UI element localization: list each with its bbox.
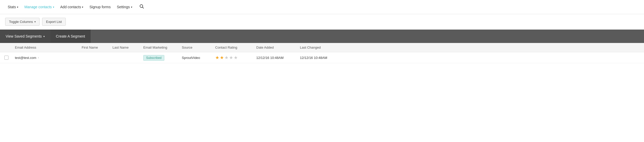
chevron-down-icon: ▾ <box>82 6 83 8</box>
chevron-down-icon: ▾ <box>53 6 54 8</box>
star-3: ★ <box>224 55 229 60</box>
table-row: test@test.com › Subscribed SproutVideo ★… <box>0 52 644 63</box>
star-rating: ★ ★ ★ ★ ★ <box>215 55 252 60</box>
search-icon <box>139 4 144 9</box>
th-email: Email Address <box>13 46 80 49</box>
row-checkbox-cell <box>0 56 13 60</box>
table-body: test@test.com › Subscribed SproutVideo ★… <box>0 52 644 63</box>
chevron-down-icon: ▾ <box>34 20 36 23</box>
export-list-button[interactable]: Export List <box>42 18 65 26</box>
nav-item-stats[interactable]: Stats ▾ <box>5 3 21 11</box>
th-source: Source <box>180 46 213 49</box>
chevron-down-icon: ▾ <box>17 6 18 8</box>
email-value: test@test.com <box>15 56 36 60</box>
star-1: ★ <box>215 55 219 60</box>
th-last-changed: Last Changed <box>298 46 342 49</box>
td-last-changed: 12/12/16 10:48AM <box>298 56 342 60</box>
segment-bar: View Saved Segments ▾ Create A Segment <box>0 30 644 43</box>
create-segment-label: Create A Segment <box>56 34 85 38</box>
nav-bar: Stats ▾ Manage contacts ▾ Add contacts ▾… <box>0 0 644 14</box>
svg-line-1 <box>142 7 144 8</box>
view-saved-segments-label: View Saved Segments <box>6 34 42 38</box>
chevron-down-icon: ▾ <box>43 35 45 38</box>
th-email-marketing: Email Marketing <box>141 46 180 49</box>
nav-item-add-contacts[interactable]: Add contacts ▾ <box>58 3 86 11</box>
toolbar: Toggle Columns ▾ Export List <box>0 14 644 30</box>
th-contact-rating: Contact Rating <box>213 46 254 49</box>
th-date-added: Date Added <box>254 46 298 49</box>
td-email-marketing: Subscribed <box>141 56 180 60</box>
th-last-name: Last Name <box>110 46 141 49</box>
row-checkbox[interactable] <box>4 56 8 60</box>
star-5: ★ <box>234 55 238 60</box>
nav-label-signup-forms: Signup forms <box>89 5 110 9</box>
th-first-name: First Name <box>80 46 110 49</box>
export-list-label: Export List <box>46 20 62 24</box>
nav-label-stats: Stats <box>8 5 16 9</box>
td-contact-rating: ★ ★ ★ ★ ★ <box>213 55 254 60</box>
star-2: ★ <box>220 55 224 60</box>
row-arrow-icon[interactable]: › <box>38 56 39 59</box>
toggle-columns-label: Toggle Columns <box>9 20 33 24</box>
nav-label-manage-contacts: Manage contacts <box>24 5 52 9</box>
view-saved-segments-tab[interactable]: View Saved Segments ▾ <box>0 30 50 43</box>
nav-label-add-contacts: Add contacts <box>60 5 81 9</box>
td-source: SproutVideo <box>180 56 213 60</box>
toggle-columns-button[interactable]: Toggle Columns ▾ <box>5 18 40 26</box>
star-4: ★ <box>229 55 233 60</box>
nav-label-settings: Settings <box>117 5 130 9</box>
nav-item-signup-forms[interactable]: Signup forms <box>87 3 113 11</box>
create-segment-tab[interactable]: Create A Segment <box>50 30 91 43</box>
td-date-added: 12/12/16 10:48AM <box>254 56 298 60</box>
search-button[interactable] <box>138 3 146 11</box>
subscribed-badge: Subscribed <box>143 55 164 61</box>
chevron-down-icon: ▾ <box>131 6 132 8</box>
table-header: Email Address First Name Last Name Email… <box>0 43 644 52</box>
td-email: test@test.com › <box>13 56 80 60</box>
nav-item-settings[interactable]: Settings ▾ <box>114 3 135 11</box>
nav-item-manage-contacts[interactable]: Manage contacts ▾ <box>22 3 57 11</box>
